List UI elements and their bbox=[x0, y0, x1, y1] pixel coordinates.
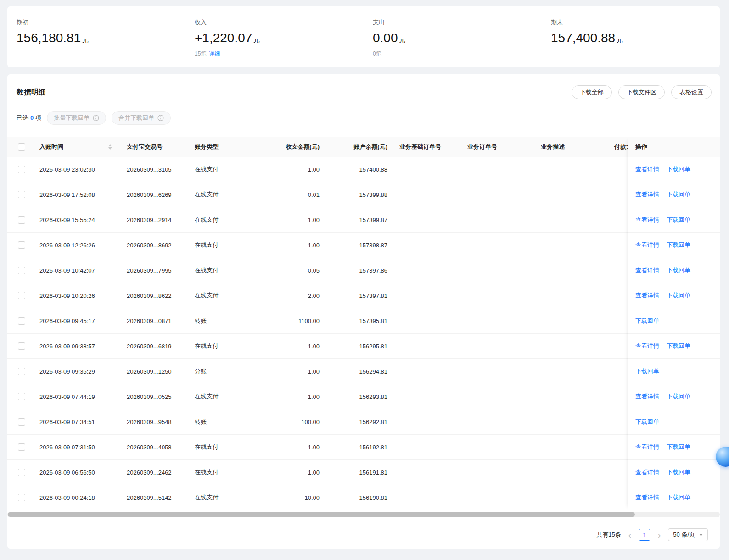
download-receipt-link[interactable]: 下载回单 bbox=[635, 367, 659, 375]
cell-type: 在线支付 bbox=[187, 241, 252, 249]
cell-amount: 1.00 bbox=[252, 469, 324, 476]
view-details-link[interactable]: 查看详情 bbox=[635, 216, 659, 224]
row-checkbox[interactable] bbox=[18, 191, 25, 198]
row-actions: 下载回单 bbox=[628, 308, 720, 334]
row-checkbox[interactable] bbox=[18, 267, 25, 274]
cell-amount: 1.00 bbox=[252, 166, 324, 173]
row-actions: 下载回单 bbox=[628, 409, 720, 435]
row-checkbox[interactable] bbox=[18, 317, 25, 325]
checkbox-cell bbox=[7, 216, 32, 224]
table-settings-button[interactable]: 表格设置 bbox=[671, 85, 712, 99]
row-checkbox[interactable] bbox=[18, 418, 25, 426]
data-panel: 数据明细 下载全部 下载文件区 表格设置 已选0项 批量下载回单 合并下载回单 bbox=[7, 74, 720, 549]
page-size-select[interactable]: 50 条/页 bbox=[668, 528, 708, 541]
table-row: 2026-03-09 10:20:2620260309...8622在线支付2.… bbox=[7, 283, 628, 308]
row-checkbox[interactable] bbox=[18, 393, 25, 400]
cell-type: 在线支付 bbox=[187, 468, 252, 476]
view-details-link[interactable]: 查看详情 bbox=[635, 291, 659, 300]
row-checkbox[interactable] bbox=[18, 241, 25, 249]
merge-download-button[interactable]: 合并下载回单 bbox=[112, 111, 171, 125]
horizontal-scrollbar-track bbox=[7, 512, 720, 517]
download-receipt-link[interactable]: 下载回单 bbox=[667, 241, 690, 249]
page: 期初 156,180.81元 收入 +1,220.07元 15笔详细 支出 0.… bbox=[0, 0, 729, 560]
cell-txn: 20260309...3105 bbox=[119, 166, 187, 173]
download-receipt-link[interactable]: 下载回单 bbox=[667, 468, 690, 476]
cell-time: 2026-03-09 10:20:26 bbox=[32, 292, 119, 299]
select-all-checkbox[interactable] bbox=[18, 143, 25, 151]
row-actions: 查看详情下载回单 bbox=[628, 207, 720, 233]
checkbox-cell bbox=[7, 317, 32, 325]
column-header-type: 账务类型 bbox=[187, 143, 252, 151]
table-row: 2026-03-09 09:35:2920260309...1250分账1.00… bbox=[7, 359, 628, 384]
next-page-button[interactable]: › bbox=[658, 531, 661, 539]
download-all-button[interactable]: 下载全部 bbox=[572, 85, 612, 99]
cell-amount: 1.00 bbox=[252, 217, 324, 224]
view-details-link[interactable]: 查看详情 bbox=[635, 443, 659, 451]
cell-amount: 2.00 bbox=[252, 292, 324, 299]
cell-balance: 157399.88 bbox=[324, 191, 392, 198]
summary-opening: 期初 156,180.81元 bbox=[7, 18, 185, 57]
cell-time: 2026-03-09 09:35:29 bbox=[32, 368, 119, 375]
download-file-zone-button[interactable]: 下载文件区 bbox=[618, 85, 665, 99]
row-checkbox[interactable] bbox=[18, 494, 25, 501]
download-receipt-link[interactable]: 下载回单 bbox=[667, 216, 690, 224]
cell-type: 在线支付 bbox=[187, 190, 252, 199]
table-scroll-area: 入账时间 支付宝交易号 账务类型 收支金额(元) 账户余额(元) 业务基础订单号… bbox=[7, 137, 628, 510]
cell-txn: 20260309...7995 bbox=[119, 267, 187, 274]
table-row: 2026-03-09 10:42:0720260309...7995在线支付0.… bbox=[7, 258, 628, 283]
download-receipt-link[interactable]: 下载回单 bbox=[635, 418, 659, 426]
prev-page-button[interactable]: ‹ bbox=[628, 531, 631, 539]
sort-icon[interactable] bbox=[108, 144, 112, 150]
cell-time: 2026-03-09 07:44:19 bbox=[32, 393, 119, 400]
cell-type: 在线支付 bbox=[187, 165, 252, 174]
download-receipt-link[interactable]: 下载回单 bbox=[667, 342, 690, 350]
table-row: 2026-03-09 06:56:5020260309...2462在线支付1.… bbox=[7, 460, 628, 485]
cell-txn: 20260309...2462 bbox=[119, 469, 187, 476]
row-actions: 查看详情下载回单 bbox=[628, 233, 720, 258]
view-details-link[interactable]: 查看详情 bbox=[635, 493, 659, 502]
row-checkbox[interactable] bbox=[18, 166, 25, 173]
column-header-time[interactable]: 入账时间 bbox=[32, 143, 119, 151]
table-row: 2026-03-09 00:24:1820260309...5142在线支付10… bbox=[7, 485, 628, 510]
view-details-link[interactable]: 查看详情 bbox=[635, 165, 659, 174]
download-receipt-link[interactable]: 下载回单 bbox=[667, 266, 690, 274]
current-page-button[interactable]: 1 bbox=[639, 529, 650, 541]
row-checkbox[interactable] bbox=[18, 342, 25, 350]
horizontal-scrollbar-thumb[interactable] bbox=[8, 512, 635, 517]
checkbox-cell bbox=[7, 342, 32, 350]
view-details-link[interactable]: 查看详情 bbox=[635, 392, 659, 401]
cell-time: 2026-03-09 00:24:18 bbox=[32, 494, 119, 501]
view-details-link[interactable]: 查看详情 bbox=[635, 266, 659, 274]
download-receipt-link[interactable]: 下载回单 bbox=[635, 317, 659, 325]
row-checkbox[interactable] bbox=[18, 469, 25, 476]
cell-amount: 1.00 bbox=[252, 444, 324, 451]
row-checkbox[interactable] bbox=[18, 216, 25, 224]
download-receipt-link[interactable]: 下载回单 bbox=[667, 493, 690, 502]
cell-balance: 156190.81 bbox=[324, 494, 392, 501]
cell-balance: 157399.87 bbox=[324, 217, 392, 224]
income-details-link[interactable]: 详细 bbox=[209, 50, 220, 57]
page-title: 数据明细 bbox=[17, 88, 46, 97]
view-details-link[interactable]: 查看详情 bbox=[635, 241, 659, 249]
download-receipt-link[interactable]: 下载回单 bbox=[667, 165, 690, 174]
view-details-link[interactable]: 查看详情 bbox=[635, 342, 659, 350]
cell-balance: 156293.81 bbox=[324, 393, 392, 400]
cell-time: 2026-03-09 07:34:51 bbox=[32, 419, 119, 426]
cell-balance: 157398.87 bbox=[324, 242, 392, 249]
info-icon bbox=[157, 115, 164, 121]
row-checkbox[interactable] bbox=[18, 368, 25, 375]
checkbox-cell bbox=[7, 469, 32, 476]
download-receipt-link[interactable]: 下载回单 bbox=[667, 392, 690, 401]
download-receipt-link[interactable]: 下载回单 bbox=[667, 190, 690, 199]
row-checkbox[interactable] bbox=[18, 443, 25, 451]
checkbox-cell bbox=[7, 191, 32, 198]
view-details-link[interactable]: 查看详情 bbox=[635, 190, 659, 199]
batch-download-button[interactable]: 批量下载回单 bbox=[47, 111, 106, 125]
cell-type: 在线支付 bbox=[187, 342, 252, 350]
download-receipt-link[interactable]: 下载回单 bbox=[667, 291, 690, 300]
download-receipt-link[interactable]: 下载回单 bbox=[667, 443, 690, 451]
table-row: 2026-03-09 23:02:3020260309...3105在线支付1.… bbox=[7, 157, 628, 182]
cell-time: 2026-03-09 06:56:50 bbox=[32, 469, 119, 476]
row-checkbox[interactable] bbox=[18, 292, 25, 299]
view-details-link[interactable]: 查看详情 bbox=[635, 468, 659, 476]
